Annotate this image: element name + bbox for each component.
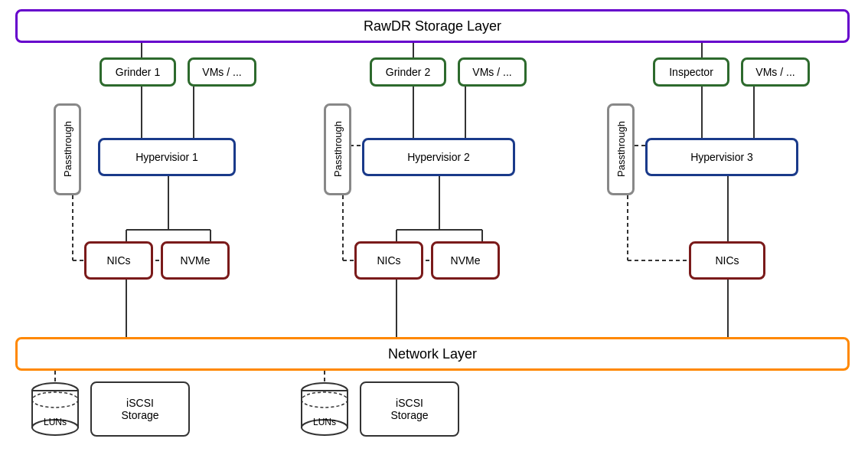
vms2-box: VMs / ... <box>458 57 527 87</box>
luns1-cylinder: LUNs <box>29 381 81 437</box>
nvme1-box: NVMe <box>161 241 230 280</box>
nics1-label: NICs <box>106 254 130 267</box>
nvme2-label: NVMe <box>451 254 481 267</box>
nics3-box: NICs <box>689 241 765 280</box>
vms3-box: VMs / ... <box>741 57 810 87</box>
nics2-box: NICs <box>354 241 423 280</box>
vms2-label: VMs / ... <box>472 66 511 78</box>
passthrough2-label: Passthrough <box>332 122 344 178</box>
hypervisor1-label: Hypervisior 1 <box>135 151 198 163</box>
vms1-label: VMs / ... <box>202 66 241 78</box>
rawdr-label: RawDR Storage Layer <box>364 18 501 34</box>
nics2-label: NICs <box>377 254 400 267</box>
grinder1-label: Grinder 1 <box>116 66 160 78</box>
hypervisor1-box: Hypervisior 1 <box>98 138 236 176</box>
iscsi1-box: iSCSI Storage <box>90 381 190 437</box>
hypervisor3-label: Hypervisior 3 <box>690 151 753 163</box>
luns2-label: LUNs <box>299 417 351 427</box>
hypervisor3-box: Hypervisior 3 <box>645 138 798 176</box>
inspector-label: Inspector <box>669 66 713 78</box>
rawdr-box: RawDR Storage Layer <box>15 9 850 43</box>
passthrough3-box: Passthrough <box>607 103 635 195</box>
nics1-box: NICs <box>84 241 153 280</box>
hypervisor2-label: Hypervisior 2 <box>407 151 470 163</box>
passthrough1-box: Passthrough <box>54 103 81 195</box>
passthrough2-box: Passthrough <box>324 103 351 195</box>
network-box: Network Layer <box>15 337 850 371</box>
iscsi2-label: iSCSI Storage <box>390 397 428 421</box>
iscsi2-box: iSCSI Storage <box>360 381 459 437</box>
nvme1-label: NVMe <box>181 254 210 267</box>
nics3-label: NICs <box>715 254 739 267</box>
vms1-box: VMs / ... <box>188 57 256 87</box>
luns2-cylinder: LUNs <box>299 381 351 437</box>
luns1-label: LUNs <box>29 417 81 427</box>
grinder2-box: Grinder 2 <box>370 57 446 87</box>
grinder2-label: Grinder 2 <box>386 66 430 78</box>
inspector-box: Inspector <box>653 57 729 87</box>
nvme2-box: NVMe <box>431 241 500 280</box>
grinder1-box: Grinder 1 <box>100 57 176 87</box>
network-label: Network Layer <box>388 346 477 362</box>
diagram: RawDR Storage Layer Grinder 1 VMs / ... … <box>0 0 868 455</box>
passthrough3-label: Passthrough <box>615 122 627 178</box>
passthrough1-label: Passthrough <box>62 122 73 178</box>
hypervisor2-box: Hypervisior 2 <box>362 138 515 176</box>
iscsi1-label: iSCSI Storage <box>121 397 158 421</box>
vms3-label: VMs / ... <box>755 66 795 78</box>
